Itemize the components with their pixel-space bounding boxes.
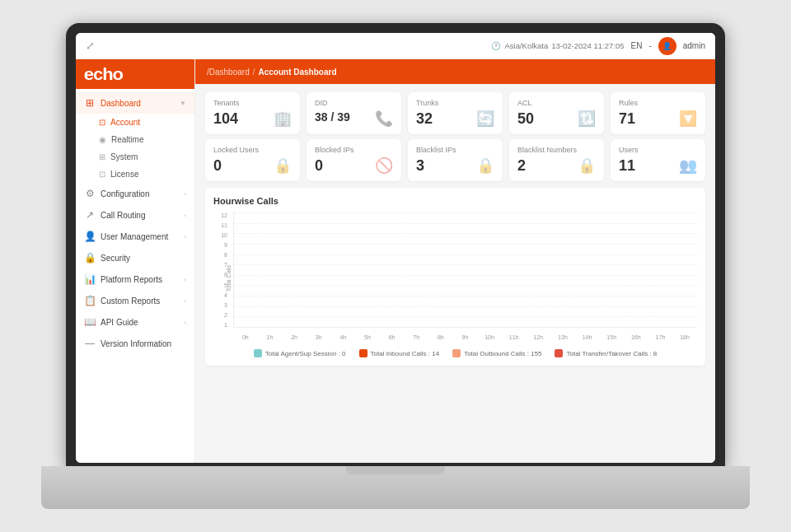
legend-item-transfer: Total Transfer/Takover Calls : 8	[555, 349, 657, 357]
bar-group	[503, 212, 527, 327]
sidebar-item-version-info[interactable]: — Version Information	[76, 333, 194, 354]
x-axis-label: 2h	[282, 329, 307, 344]
routing-label: Call Routing	[101, 211, 145, 220]
sidebar-item-security[interactable]: 🔒 Security	[76, 247, 194, 268]
x-axis-label: 12h	[527, 329, 551, 344]
bar-group	[673, 212, 697, 327]
license-label: License	[110, 170, 138, 179]
legend-label: Total Outbound Calls : 155	[464, 350, 541, 357]
legend-item-agent-session: Total Agent/Sup Session : 0	[254, 349, 346, 357]
menu-item-left: 🔒 Security	[84, 252, 130, 264]
x-axis-label: 7h	[404, 329, 428, 344]
api-label: API Guide	[101, 318, 138, 327]
x-axis-label: 13h	[550, 329, 575, 344]
breadcrumb: /Dashboard / Account Dashboard	[195, 59, 715, 84]
menu-item-left: — Version Information	[84, 338, 171, 349]
bar-group	[527, 212, 551, 327]
stat-rules-label: Rules	[619, 99, 697, 107]
chevron-icon: ›	[184, 212, 186, 219]
y-axis-label: 2	[224, 312, 230, 318]
x-labels: 0h1h2h3h4h5h6h7h8h9h10h11h12h13h14h15h16…	[233, 329, 697, 344]
bar-group	[356, 212, 380, 327]
blacklist-ip-icon: 🔒	[476, 156, 494, 175]
breadcrumb-sep: /	[253, 68, 255, 77]
sidebar-item-configuration[interactable]: ⚙ Configuration ›	[76, 183, 194, 204]
y-axis-label: 8	[224, 252, 230, 258]
sidebar-item-custom-reports[interactable]: 📋 Custom Reports ›	[76, 290, 194, 311]
security-label: Security	[101, 254, 130, 263]
bar-group	[429, 212, 453, 327]
bar-group	[649, 212, 673, 327]
chart-title: Hourwise Calls	[213, 196, 697, 206]
sidebar-item-call-routing[interactable]: ↗ Call Routing ›	[76, 204, 194, 226]
top-bar-right: 🕐 Asia/Kolkata 13-02-2024 11:27:05 EN - …	[491, 37, 705, 55]
dashboard-icon: ⊞	[84, 97, 96, 109]
custom-reports-icon: 📋	[84, 295, 96, 306]
legend-color	[359, 349, 367, 357]
bar-group	[307, 212, 331, 327]
legend-item-inbound: Total Inbound Calls : 14	[359, 349, 440, 357]
menu-item-left: 📋 Custom Reports	[84, 295, 160, 306]
chevron-icon: ›	[184, 319, 186, 326]
top-bar: ⤢ 🕐 Asia/Kolkata 13-02-2024 11:27:05 EN …	[76, 33, 715, 59]
bar-group	[405, 212, 428, 327]
menu-item-left: 📖 API Guide	[84, 316, 138, 328]
x-axis-label: 4h	[331, 329, 356, 344]
api-icon: 📖	[84, 316, 96, 328]
breadcrumb-current: Account Dashboard	[258, 68, 336, 77]
menu-item-left: ⊞ Dashboard	[84, 97, 141, 109]
content-area: /Dashboard / Account Dashboard Tenants 1…	[195, 59, 715, 463]
sidebar-sub-account[interactable]: ⊡ Account	[76, 114, 194, 131]
user-avatar[interactable]: 👤	[658, 37, 676, 55]
chevron-icon: ▼	[180, 100, 186, 107]
divider: -	[648, 41, 651, 50]
custom-reports-label: Custom Reports	[101, 296, 160, 306]
bar-group	[381, 212, 405, 327]
chevron-icon: ›	[184, 233, 186, 240]
chart-container: 121110987654321 Total Calls 0h1h2h3h4h5h…	[213, 212, 697, 344]
language-selector[interactable]: EN	[631, 41, 643, 50]
users-icon: 👤	[84, 231, 96, 242]
sidebar-item-platform-reports[interactable]: 📊 Platform Reports ›	[76, 268, 194, 290]
bar-group	[551, 212, 575, 327]
sidebar-item-api-guide[interactable]: 📖 API Guide ›	[76, 311, 194, 333]
sidebar-sub-license[interactable]: ⊡ License	[76, 166, 194, 183]
sidebar-sub-system[interactable]: ⊞ System	[76, 148, 194, 166]
y-axis-label: 1	[224, 322, 230, 328]
stat-acl-label: ACL	[517, 99, 596, 107]
x-axis-label: 1h	[258, 329, 283, 344]
stat-blocked-ips: Blocked IPs 0 🚫	[307, 139, 401, 181]
stat-did-label: DID	[315, 99, 393, 107]
stat-acl: ACL 50 🔃	[509, 92, 604, 134]
stat-tenants-label: Tenants	[213, 99, 292, 107]
expand-icon[interactable]: ⤢	[86, 40, 95, 52]
menu-item-left: ↗ Call Routing	[84, 209, 145, 221]
datetime-text: 13-02-2024 11:27:05	[551, 41, 624, 50]
realtime-icon: ◉	[99, 135, 106, 144]
stats-row-1: Tenants 104 🏢 DID 38 / 39 📞 Trunks	[195, 84, 715, 139]
sidebar-sub-realtime[interactable]: ◉ Realtime	[76, 131, 194, 148]
menu-item-left: 👤 User Management	[84, 231, 168, 242]
version-icon: —	[84, 338, 96, 349]
account-label: Account	[110, 118, 140, 127]
legend-label: Total Inbound Calls : 14	[371, 350, 440, 357]
trunks-icon: 🔄	[476, 110, 494, 128]
sidebar-item-dashboard[interactable]: ⊞ Dashboard ▼	[76, 92, 194, 114]
x-axis-label: 6h	[380, 329, 405, 344]
system-label: System	[110, 152, 138, 161]
bar-group	[234, 212, 258, 327]
x-axis-label: 10h	[477, 329, 502, 344]
locked-icon: 🔒	[274, 156, 292, 175]
menu-item-left: 📊 Platform Reports	[84, 273, 162, 285]
y-axis-label: 12	[221, 212, 230, 218]
sidebar-item-user-management[interactable]: 👤 User Management ›	[76, 226, 194, 247]
license-icon: ⊡	[99, 170, 105, 179]
locked-users-label: Locked Users	[213, 146, 292, 154]
x-axis-label: 0h	[233, 329, 258, 344]
legend-color	[555, 349, 563, 357]
bar-group	[259, 212, 283, 327]
legend-color	[254, 349, 262, 357]
reports-icon: 📊	[84, 273, 96, 285]
stat-rules: Rules 71 🔽	[611, 92, 705, 134]
users-stat-label: Users	[619, 146, 697, 154]
